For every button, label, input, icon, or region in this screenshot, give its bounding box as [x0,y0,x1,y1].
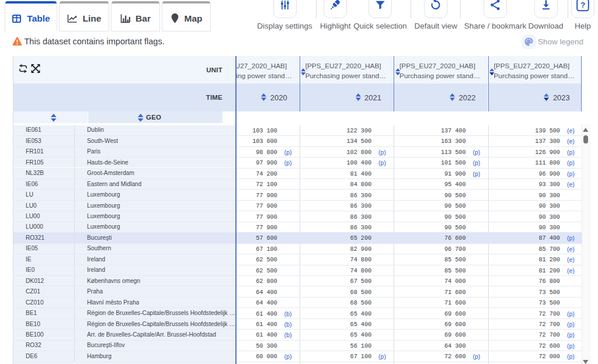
svg-text:?: ? [580,1,585,9]
